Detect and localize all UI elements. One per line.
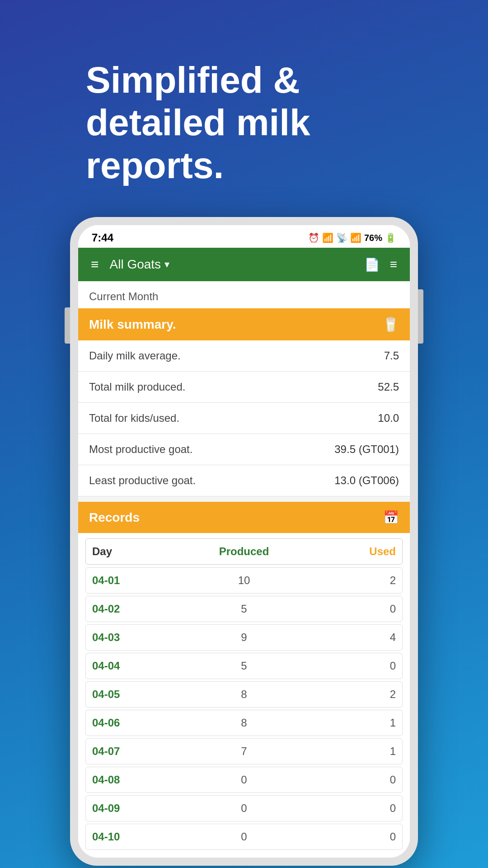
row-day: 04-02 (92, 603, 193, 615)
signal-icon: 📶 (322, 232, 333, 243)
row-used: 2 (295, 574, 396, 587)
records-table: Day Produced Used 04-01 10 2 04-02 5 0 0… (78, 533, 410, 858)
power-button (418, 289, 423, 344)
row-produced: 0 (193, 830, 295, 843)
row-used: 1 (295, 717, 396, 729)
content-area: Current Month Milk summary. 🥛 Daily milk… (78, 281, 410, 858)
row-produced: 7 (193, 745, 295, 758)
table-row: 04-02 5 0 (85, 596, 403, 622)
table-row: 04-06 8 1 (85, 710, 403, 736)
volume-button (65, 307, 70, 344)
summary-row: Total for kids/used. 10.0 (78, 403, 410, 434)
row-used: 2 (295, 688, 396, 701)
row-day: 04-04 (92, 660, 193, 672)
col-header-day: Day (92, 545, 193, 558)
summary-title: Milk summary. (89, 317, 176, 332)
dropdown-arrow-icon[interactable]: ▾ (164, 259, 169, 270)
row-used: 0 (295, 830, 396, 843)
table-header-row: Day Produced Used (85, 538, 403, 565)
table-row: 04-05 8 2 (85, 681, 403, 708)
table-row: 04-04 5 0 (85, 653, 403, 679)
table-row: 04-08 0 0 (85, 767, 403, 793)
summary-row: Total milk produced. 52.5 (78, 372, 410, 403)
row-produced: 0 (193, 774, 295, 786)
hero-line1: Simplified & (86, 59, 443, 101)
phone-mockup: 7:44 ⏰ 📶 📡 📶 76% 🔋 ≡ All Goats ▾ (70, 217, 418, 868)
summary-row-label: Most productive goat. (89, 443, 192, 456)
row-used: 0 (295, 802, 396, 815)
row-day: 04-07 (92, 745, 193, 758)
phone-frame: 7:44 ⏰ 📶 📡 📶 76% 🔋 ≡ All Goats ▾ (70, 217, 418, 866)
summary-row: Most productive goat. 39.5 (GT001) (78, 434, 410, 465)
milk-icon: 🥛 (382, 316, 399, 332)
records-title: Records (89, 510, 140, 525)
row-day: 04-01 (92, 574, 193, 587)
row-used: 0 (295, 774, 396, 786)
table-row: 04-10 0 0 (85, 824, 403, 850)
row-day: 04-03 (92, 631, 193, 644)
row-produced: 10 (193, 574, 295, 587)
col-header-used: Used (295, 545, 396, 558)
row-produced: 9 (193, 631, 295, 644)
app-bar: ≡ All Goats ▾ 📄 ≡ (78, 248, 410, 281)
summary-row: Daily milk average. 7.5 (78, 340, 410, 372)
row-produced: 8 (193, 688, 295, 701)
row-produced: 8 (193, 717, 295, 729)
section-label-text: Current Month (89, 290, 158, 302)
hero-line3: reports. (86, 144, 443, 187)
summary-row-label: Least productive goat. (89, 474, 196, 487)
row-produced: 5 (193, 603, 295, 615)
summary-row-value: 39.5 (GT001) (334, 443, 399, 456)
row-day: 04-08 (92, 774, 193, 786)
table-row: 04-09 0 0 (85, 795, 403, 821)
signal2-icon: 📶 (350, 232, 361, 243)
summary-row: Least productive goat. 13.0 (GT006) (78, 465, 410, 496)
wifi-icon: 📡 (336, 232, 347, 243)
row-used: 0 (295, 603, 396, 615)
summary-row-value: 7.5 (384, 349, 399, 362)
alarm-icon: ⏰ (308, 232, 319, 243)
row-used: 0 (295, 660, 396, 672)
summary-row-label: Total milk produced. (89, 381, 185, 393)
filter-icon[interactable]: ≡ (390, 257, 397, 272)
row-produced: 0 (193, 802, 295, 815)
summary-row-value: 10.0 (378, 412, 399, 425)
records-header: Records 📅 (78, 502, 410, 533)
status-icons: ⏰ 📶 📡 📶 76% 🔋 (308, 232, 396, 243)
table-row: 04-07 7 1 (85, 738, 403, 764)
row-day: 04-09 (92, 802, 193, 815)
table-row: 04-03 9 4 (85, 624, 403, 651)
table-row: 04-01 10 2 (85, 567, 403, 594)
app-bar-title[interactable]: All Goats ▾ (110, 257, 364, 272)
row-used: 1 (295, 745, 396, 758)
summary-row-value: 13.0 (GT006) (334, 474, 399, 487)
status-bar: 7:44 ⏰ 📶 📡 📶 76% 🔋 (78, 225, 410, 248)
row-day: 04-10 (92, 830, 193, 843)
summary-row-label: Daily milk average. (89, 349, 181, 362)
col-header-produced: Produced (193, 545, 295, 558)
table-rows: 04-01 10 2 04-02 5 0 04-03 9 4 04-04 5 0… (85, 567, 403, 850)
summary-rows: Daily milk average. 7.5 Total milk produ… (78, 340, 410, 496)
calendar-icon: 📅 (383, 510, 399, 525)
row-day: 04-05 (92, 688, 193, 701)
battery-icon: 🔋 (385, 232, 396, 243)
phone-screen: 7:44 ⏰ 📶 📡 📶 76% 🔋 ≡ All Goats ▾ (78, 225, 410, 858)
summary-row-value: 52.5 (378, 381, 399, 393)
pdf-icon[interactable]: 📄 (364, 257, 380, 272)
menu-icon[interactable]: ≡ (91, 257, 99, 272)
hero-line2: detailed milk (86, 101, 443, 144)
row-used: 4 (295, 631, 396, 644)
app-bar-actions: 📄 ≡ (364, 257, 397, 272)
summary-header: Milk summary. 🥛 (78, 308, 410, 340)
hero-text: Simplified & detailed milk reports. (86, 59, 443, 187)
summary-row-label: Total for kids/used. (89, 412, 179, 425)
battery-level: 76% (364, 233, 382, 243)
app-title-text: All Goats (110, 257, 161, 272)
status-time: 7:44 (92, 231, 113, 244)
row-day: 04-06 (92, 717, 193, 729)
row-produced: 5 (193, 660, 295, 672)
section-label: Current Month (78, 281, 410, 308)
